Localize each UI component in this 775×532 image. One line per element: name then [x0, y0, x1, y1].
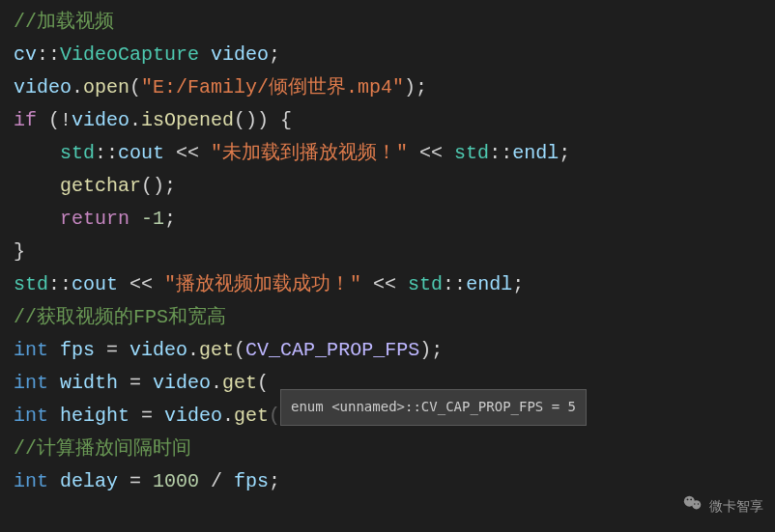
paren: );: [404, 76, 427, 98]
type-keyword: int: [14, 372, 48, 394]
paren: (: [234, 339, 245, 361]
watermark-text: 微卡智享: [709, 496, 763, 519]
method: open: [83, 76, 129, 98]
cout: cout: [72, 273, 118, 295]
semicolon: ;: [269, 470, 280, 492]
punct: ();: [141, 175, 176, 197]
scope-op: ::: [37, 43, 60, 66]
namespace: std: [408, 273, 443, 295]
op: <<: [118, 273, 164, 295]
variable: video: [153, 405, 222, 427]
dot: .: [129, 109, 141, 131]
string-literal: "未加载到播放视频！": [211, 142, 408, 164]
op: <<: [408, 142, 454, 164]
variable: video: [14, 76, 72, 98]
variable: video: [72, 109, 129, 131]
op: <<: [361, 273, 408, 295]
method: get: [234, 405, 269, 427]
svg-point-4: [694, 503, 695, 504]
variable: video: [118, 339, 187, 361]
scope-op: ::: [443, 273, 466, 295]
string-literal: "播放视频加载成功！": [164, 273, 361, 295]
comment: //计算播放间隔时间: [14, 437, 191, 460]
code-editor[interactable]: //加载视频 cv::VideoCapture video; video.ope…: [0, 0, 775, 504]
svg-point-1: [692, 500, 701, 509]
dot: .: [187, 339, 199, 361]
svg-point-3: [690, 499, 692, 501]
op: =: [129, 372, 141, 394]
op: =: [129, 470, 153, 492]
semicolon: ;: [512, 273, 524, 295]
variable: video: [199, 43, 269, 66]
variable: video: [141, 372, 211, 394]
dot: .: [211, 372, 222, 394]
type-keyword: int: [14, 405, 48, 427]
semicolon: ;: [559, 142, 570, 164]
string-literal: "E:/Family/倾倒世界.mp4": [141, 76, 404, 98]
number: -1: [141, 208, 164, 230]
scope-op: ::: [489, 142, 512, 164]
paren: (: [269, 405, 280, 427]
namespace: std: [454, 142, 489, 164]
namespace: std: [14, 273, 48, 295]
method: get: [199, 339, 234, 361]
semicolon: ;: [269, 43, 280, 66]
variable: fps: [48, 339, 106, 361]
wechat-icon: [682, 492, 703, 522]
macro: CV_CAP_PROP_FPS: [245, 339, 419, 361]
function: getchar: [60, 175, 141, 197]
number: 1000: [153, 470, 199, 492]
namespace: cv: [14, 43, 37, 66]
type-name: VideoCapture: [60, 43, 199, 66]
svg-point-2: [687, 499, 689, 501]
svg-point-5: [698, 503, 699, 504]
hover-tooltip: enum <unnamed>::CV_CAP_PROP_FPS = 5: [280, 389, 587, 426]
endl: endl: [512, 142, 559, 164]
variable: height: [48, 405, 141, 427]
op: =: [141, 405, 153, 427]
op: /: [199, 470, 222, 492]
type-keyword: int: [14, 470, 48, 492]
paren: (: [129, 76, 141, 98]
comment: //获取视频的FPS和宽高: [14, 306, 226, 328]
semicolon: ;: [164, 208, 176, 230]
endl: endl: [466, 273, 512, 295]
watermark: 微卡智享: [682, 492, 763, 522]
punct: (!: [37, 109, 72, 131]
method: isOpened: [141, 109, 234, 131]
type-keyword: int: [14, 339, 48, 361]
dot: .: [222, 405, 234, 427]
punct: ()) {: [234, 109, 292, 131]
paren: (: [257, 372, 269, 394]
op: =: [106, 339, 118, 361]
comment: //加载视频: [14, 11, 114, 33]
if-keyword: if: [14, 109, 37, 131]
method: get: [222, 372, 257, 394]
cout: cout: [118, 142, 164, 164]
variable: fps: [222, 470, 269, 492]
op: <<: [164, 142, 211, 164]
dot: .: [72, 76, 83, 98]
paren: );: [419, 339, 443, 361]
return-keyword: return: [60, 208, 129, 230]
variable: width: [48, 372, 129, 394]
variable: delay: [48, 470, 129, 492]
space: [129, 208, 141, 230]
brace: }: [14, 240, 25, 263]
scope-op: ::: [48, 273, 72, 295]
scope-op: ::: [95, 142, 118, 164]
namespace: std: [60, 142, 95, 164]
